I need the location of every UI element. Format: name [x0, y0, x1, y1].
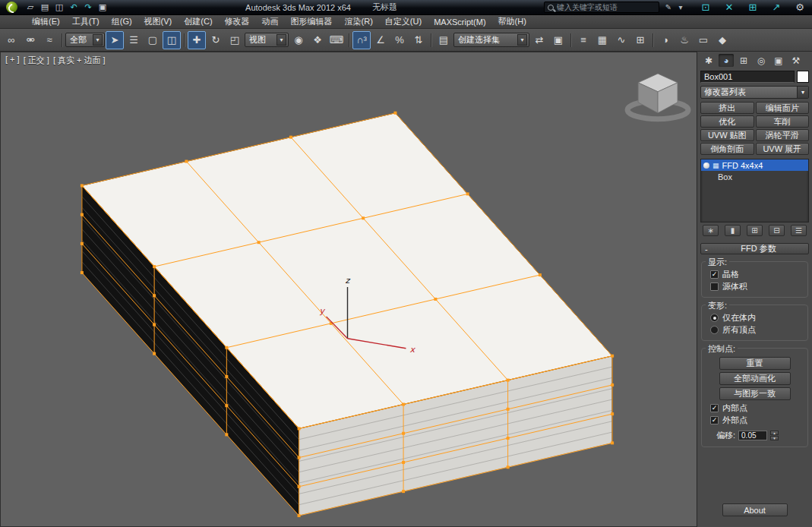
show-end-result-button[interactable]: ▮	[725, 225, 741, 236]
select-and-scale-button[interactable]: ◰	[226, 31, 244, 49]
checkbox-checked-icon[interactable]: ✓	[710, 416, 719, 424]
tab-display[interactable]: ▣	[771, 54, 786, 67]
menu-views[interactable]: 视图(V)	[138, 15, 179, 28]
make-unique-button[interactable]: ⊞	[747, 225, 763, 236]
layer-manager-button[interactable]: ≡	[574, 31, 592, 49]
window-crossing-button[interactable]: ◫	[163, 31, 181, 49]
save-file-button[interactable]: ◫	[52, 2, 66, 14]
menu-rendering[interactable]: 渲染(R)	[339, 15, 379, 28]
use-pivot-center-button[interactable]: ◉	[289, 31, 308, 49]
search-dropdown-arrow-icon[interactable]: ▾	[675, 2, 686, 13]
turbosmooth-button[interactable]: 涡轮平滑	[756, 129, 810, 141]
named-selection-combo[interactable]: 创建选择集 ▾	[453, 33, 529, 47]
viewport-pov-menu[interactable]: [ 正交 ]	[24, 55, 49, 66]
search-pen-icon[interactable]: ✎	[663, 2, 674, 13]
schematic-view-button[interactable]: ⊞	[631, 31, 649, 49]
favorites-icon[interactable]: ⊞	[745, 1, 760, 14]
configure-modifier-sets-button[interactable]: ☰	[791, 225, 807, 236]
spinner-snap-button[interactable]: ⇅	[409, 31, 428, 49]
new-scene-button[interactable]: ▱	[24, 2, 37, 14]
uvw-map-button[interactable]: UVW 贴图	[700, 129, 754, 141]
angle-snap-button[interactable]: ∠	[371, 31, 390, 49]
settings-icon[interactable]: ⚙	[792, 1, 807, 14]
modifier-stack-list[interactable]: ▦ FFD 4x4x4 Box	[700, 159, 809, 222]
bevel-profile-button[interactable]: 倒角剖面	[700, 143, 754, 155]
radio-unselected-icon[interactable]	[710, 326, 719, 334]
object-color-swatch[interactable]	[797, 71, 809, 83]
percent-snap-button[interactable]: %	[390, 31, 409, 49]
menu-maxscript[interactable]: MAXScript(M)	[428, 17, 491, 27]
menu-graph-editors[interactable]: 图形编辑器	[285, 15, 339, 28]
remove-modifier-button[interactable]: ⊟	[769, 225, 785, 236]
select-and-manipulate-button[interactable]: ❖	[308, 31, 327, 49]
select-and-rotate-button[interactable]: ↻	[207, 31, 225, 49]
lattice-checkbox[interactable]: ✓ 晶格	[710, 269, 804, 280]
chevron-down-icon[interactable]: ▾	[93, 34, 103, 46]
undo-button[interactable]: ↶	[67, 2, 81, 14]
open-file-button[interactable]: ▤	[38, 2, 52, 14]
select-object-button[interactable]: ➤	[106, 31, 124, 49]
modifier-list-dropdown[interactable]: 修改器列表 ▾	[700, 86, 809, 99]
radio-selected-icon[interactable]	[710, 314, 719, 322]
source-volume-checkbox[interactable]: 源体积	[710, 281, 804, 292]
infocenter-search-box[interactable]: 键入关键字或短语	[544, 2, 659, 13]
menu-animation[interactable]: 动画	[256, 15, 285, 28]
spinner-down-icon[interactable]: ▾	[770, 436, 779, 440]
edit-patch-button[interactable]: 编辑面片	[756, 102, 810, 114]
menu-customize[interactable]: 自定义(U)	[379, 15, 428, 28]
ribbon-toggle-button[interactable]: ▦	[593, 31, 611, 49]
inside-points-checkbox[interactable]: ✓ 内部点	[710, 402, 804, 414]
application-menu-button[interactable]	[2, 1, 21, 14]
outside-points-checkbox[interactable]: ✓ 外部点	[710, 415, 804, 426]
viewport-general-menu[interactable]: [ + ]	[5, 55, 20, 66]
menu-modifiers[interactable]: 修改器	[219, 15, 256, 28]
viewport[interactable]: zxy [ + ][ 正交 ][ 真实 + 边面 ]	[0, 52, 697, 527]
tab-motion[interactable]: ◎	[754, 54, 769, 67]
rollout-header[interactable]: - FFD 参数	[700, 243, 809, 254]
about-button[interactable]: About	[722, 503, 788, 516]
checkbox-unchecked-icon[interactable]	[710, 282, 719, 291]
visibility-bulb-icon[interactable]	[703, 163, 709, 169]
bind-to-space-warp-button[interactable]: ≈	[40, 31, 58, 49]
select-and-link-button[interactable]: ∞	[2, 31, 21, 49]
all-vertices-radio[interactable]: 所有顶点	[710, 324, 804, 336]
unlink-selection-button[interactable]: ⚮	[21, 31, 39, 49]
reference-coordinate-dropdown[interactable]: 视图 ▾	[245, 33, 289, 47]
chevron-down-icon[interactable]: ▾	[517, 34, 527, 46]
pin-stack-button[interactable]: ∗	[703, 225, 719, 236]
rendered-frame-button[interactable]: ▭	[694, 31, 712, 49]
redo-button[interactable]: ↷	[81, 2, 95, 14]
stack-item-ffd[interactable]: ▦ FFD 4x4x4	[701, 159, 808, 171]
extrude-button[interactable]: 挤出	[700, 102, 754, 114]
optimize-button[interactable]: 优化	[700, 115, 754, 128]
menu-help[interactable]: 帮助(H)	[492, 15, 532, 28]
mirror-button[interactable]: ⇄	[530, 31, 548, 49]
curve-editor-button[interactable]: ∿	[612, 31, 630, 49]
select-and-move-button[interactable]: ✚	[188, 31, 206, 49]
select-by-name-button[interactable]: ☰	[125, 31, 143, 49]
render-production-button[interactable]: ◆	[713, 31, 731, 49]
tab-utilities[interactable]: ⚒	[788, 54, 804, 67]
menu-tools[interactable]: 工具(T)	[66, 15, 106, 28]
align-button[interactable]: ▣	[549, 31, 567, 49]
search-input[interactable]: 键入关键字或短语	[557, 2, 656, 13]
communication-center-icon[interactable]: ✕	[722, 1, 737, 14]
menu-group[interactable]: 组(G)	[106, 15, 138, 28]
selection-filter-dropdown[interactable]: 全部 ▾	[65, 33, 105, 47]
viewport-shading-menu[interactable]: [ 真实 + 边面 ]	[53, 55, 106, 66]
tab-create[interactable]: ✱	[701, 54, 716, 67]
stack-item-box[interactable]: Box	[701, 171, 808, 182]
chevron-down-icon[interactable]: ▾	[276, 34, 286, 46]
edit-named-selections-button[interactable]: ▤	[434, 31, 453, 49]
tab-modify[interactable]: ◕	[719, 54, 734, 67]
project-folder-button[interactable]: ▣	[96, 2, 109, 14]
object-name-input[interactable]: Box001	[700, 71, 795, 83]
only-in-volume-radio[interactable]: 仅在体内	[710, 312, 804, 323]
lathe-button[interactable]: 车削	[756, 115, 810, 128]
menu-edit[interactable]: 编辑(E)	[26, 15, 66, 28]
reset-button[interactable]: 重置	[719, 357, 791, 370]
rectangular-selection-button[interactable]: ▢	[144, 31, 162, 49]
checkbox-checked-icon[interactable]: ✓	[710, 404, 719, 412]
share-icon[interactable]: ↗	[769, 1, 784, 14]
keyboard-override-button[interactable]: ⌨	[327, 31, 346, 49]
